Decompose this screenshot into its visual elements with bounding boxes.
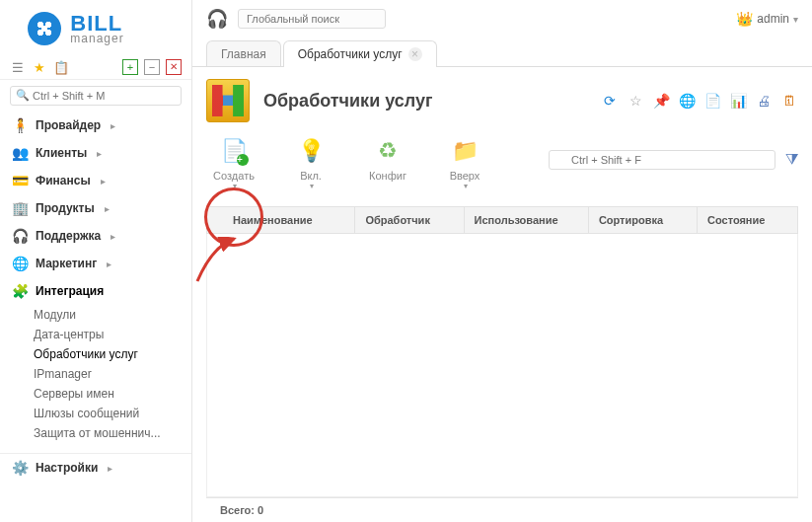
tab-bar: Главная Обработчики услуг × [192, 37, 812, 67]
grid-body [206, 234, 798, 497]
recycle-icon: ♻ [373, 136, 403, 166]
col-spacer [207, 207, 223, 233]
close-panel-icon[interactable]: ✕ [166, 59, 182, 75]
sidebar-item-clients[interactable]: Клиенты ▸ [0, 139, 191, 167]
expand-all-icon[interactable]: + [122, 59, 138, 75]
support-headset-icon[interactable]: 🎧 [206, 8, 228, 30]
enable-button[interactable]: 💡 Вкл.▾ [283, 136, 338, 190]
puzzle-icon [206, 79, 250, 122]
export-doc-icon[interactable]: 📄 [703, 92, 721, 110]
finances-icon [12, 173, 28, 188]
sidebar-item-settings[interactable]: Настройки ▸ [0, 453, 191, 482]
chevron-right-icon: ▸ [108, 463, 112, 474]
marketing-icon [12, 256, 28, 271]
sidebar-search-input[interactable] [10, 86, 182, 106]
sidebar-item-label: Провайдер [36, 118, 101, 132]
col-state[interactable]: Состояние [698, 207, 797, 233]
favorite-icon[interactable]: ☆ [627, 92, 644, 110]
up-button[interactable]: 📁 Вверх▾ [437, 136, 492, 190]
layout-icon[interactable]: ☰ [10, 59, 26, 75]
chevron-right-icon: ▸ [101, 176, 106, 186]
sidebar-item-integration[interactable]: Интеграция [0, 277, 191, 305]
sidebar-item-label: Клиенты [36, 146, 87, 160]
subnav-antifraud[interactable]: Защита от мошеннич... [34, 423, 191, 443]
user-menu[interactable]: 👑 admin ▾ [736, 11, 798, 27]
sidebar-search [0, 80, 191, 112]
brand-logo: BILL manager [0, 0, 191, 55]
action-label: Вкл. [300, 170, 322, 182]
sidebar-nav: Провайдер ▸ Клиенты ▸ Финансы ▸ Продукты… [0, 112, 191, 305]
settings-icon [12, 460, 28, 476]
export-xls-icon[interactable]: 📊 [729, 92, 747, 110]
chevron-right-icon: ▸ [111, 231, 115, 242]
chevron-right-icon: ▸ [111, 120, 115, 131]
sidebar-item-products[interactable]: Продукты ▸ [0, 194, 191, 222]
sidebar: BILL manager ☰ ★ 📋 + − ✕ Провайдер ▸ Кли… [0, 0, 192, 522]
sidebar-toolbar: ☰ ★ 📋 + − ✕ [0, 55, 191, 80]
collapse-all-icon[interactable]: − [144, 59, 160, 75]
chevron-right-icon: ▸ [97, 148, 102, 159]
sidebar-item-label: Интеграция [36, 284, 104, 298]
user-name: admin [757, 12, 789, 26]
action-label: Конфиг [369, 170, 406, 182]
page-head-actions: ⟳ ☆ 📌 🌐 📄 📊 🖨 🗓 [601, 92, 798, 110]
config-button[interactable]: ♻ Конфиг [360, 136, 415, 190]
create-button[interactable]: 📄 Создать▾ [206, 136, 261, 190]
grid-header: Наименование Обработчик Использование Со… [206, 206, 798, 234]
provider-icon [12, 117, 28, 133]
lightbulb-icon: 💡 [296, 136, 326, 166]
new-document-icon: 📄 [219, 136, 249, 166]
sidebar-item-label: Финансы [36, 174, 91, 187]
page-header: Обработчики услуг ⟳ ☆ 📌 🌐 📄 📊 🖨 🗓 [206, 79, 798, 122]
refresh-icon[interactable]: ⟳ [601, 92, 619, 110]
user-avatar-icon: 👑 [736, 11, 753, 27]
subnav-processors[interactable]: Обработчики услуг [34, 344, 191, 364]
pin-icon[interactable]: 📌 [652, 92, 670, 110]
filter-icon[interactable]: ⧩ [785, 151, 798, 169]
chevron-down-icon: ▾ [793, 14, 798, 25]
col-sort[interactable]: Сортировка [589, 207, 698, 233]
page-content: Обработчики услуг ⟳ ☆ 📌 🌐 📄 📊 🖨 🗓 📄 Созд… [192, 67, 812, 522]
sidebar-item-provider[interactable]: Провайдер ▸ [0, 112, 191, 139]
action-label: Вверх [450, 170, 480, 182]
clipboard-icon[interactable]: 📋 [53, 59, 69, 75]
grid-footer: Всего: 0 [206, 497, 798, 522]
globe-icon[interactable]: 🌐 [678, 92, 696, 110]
tab-processors[interactable]: Обработчики услуг × [283, 40, 437, 67]
topbar: 🎧 👑 admin ▾ [192, 0, 812, 37]
print-icon[interactable]: 🖨 [755, 92, 773, 110]
support-icon [12, 228, 28, 244]
subnav-modules[interactable]: Модули [34, 305, 191, 325]
sidebar-item-label: Маркетинг [36, 257, 97, 270]
subnav-nameservers[interactable]: Серверы имен [34, 384, 191, 404]
sidebar-item-finances[interactable]: Финансы ▸ [0, 167, 191, 194]
chevron-right-icon: ▸ [107, 259, 111, 269]
tab-close-icon[interactable]: × [408, 47, 422, 61]
table-settings-icon[interactable]: 🗓 [780, 92, 798, 110]
filter-input[interactable] [549, 150, 775, 170]
tab-main[interactable]: Главная [206, 40, 281, 66]
sidebar-item-marketing[interactable]: Маркетинг ▸ [0, 250, 191, 277]
folder-up-icon: 📁 [450, 136, 480, 166]
grid-total: Всего: 0 [220, 504, 263, 516]
chevron-right-icon: ▸ [105, 203, 110, 214]
col-name[interactable]: Наименование [223, 207, 355, 233]
products-icon [12, 200, 28, 216]
tab-label: Главная [221, 47, 266, 61]
favorites-icon[interactable]: ★ [32, 59, 47, 75]
col-handler[interactable]: Обработчик [355, 207, 464, 233]
global-search-input[interactable] [238, 9, 386, 29]
subnav-datacenters[interactable]: Дата-центры [34, 325, 191, 344]
col-usage[interactable]: Использование [465, 207, 589, 233]
sidebar-item-support[interactable]: Поддержка ▸ [0, 222, 191, 250]
brand-sub: manager [70, 33, 123, 44]
integration-icon [12, 283, 28, 299]
main-region: 🎧 👑 admin ▾ Главная Обработчики услуг × … [192, 0, 812, 522]
sidebar-item-label: Продукты [36, 201, 95, 215]
tab-label: Обработчики услуг [298, 47, 403, 61]
subnav-gateways[interactable]: Шлюзы сообщений [34, 404, 191, 423]
action-row: 📄 Создать▾ 💡 Вкл.▾ ♻ Конфиг 📁 Вверх▾ [206, 136, 798, 190]
clients-icon [12, 145, 28, 161]
sidebar-item-label: Настройки [36, 461, 98, 475]
subnav-ipmanager[interactable]: IPmanager [34, 364, 191, 384]
